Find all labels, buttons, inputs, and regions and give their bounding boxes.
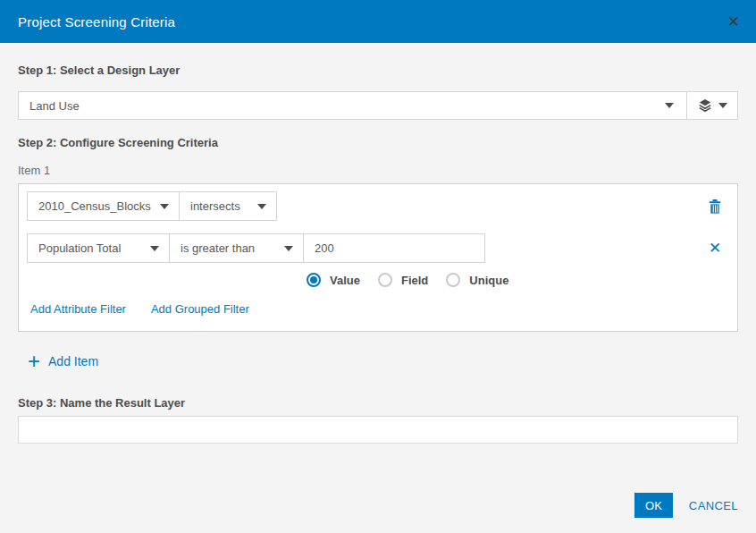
filter-links-row: Add Attribute Filter Add Grouped Filter (30, 302, 737, 316)
trash-icon (709, 199, 721, 214)
radio-value[interactable]: Value (307, 273, 360, 287)
design-layer-select[interactable]: Land Use (19, 92, 686, 119)
design-layer-row: Land Use (18, 91, 738, 120)
filter-controls: Population Total is greater than (27, 233, 485, 263)
chevron-down-icon (257, 204, 266, 209)
chevron-down-icon (718, 103, 727, 108)
radio-field-label: Field (401, 274, 428, 287)
design-layer-value: Land Use (29, 99, 80, 113)
filter-operator-select[interactable]: is greater than (169, 233, 304, 263)
dialog-header: Project Screening Criteria ✕ (0, 0, 756, 43)
filter-operator-value: is greater than (181, 241, 255, 255)
close-icon[interactable]: ✕ (727, 14, 740, 30)
spatial-operator-select[interactable]: intersects (179, 191, 277, 221)
chevron-down-icon (284, 246, 293, 251)
filter-field-select[interactable]: Population Total (27, 233, 170, 263)
add-attribute-filter-link[interactable]: Add Attribute Filter (30, 302, 126, 316)
screening-layer-value: 2010_Census_Blocks (38, 199, 151, 213)
screening-item-card: 2010_Census_Blocks intersects (18, 183, 738, 332)
screening-selects: 2010_Census_Blocks intersects (27, 191, 277, 221)
filter-field-value: Population Total (38, 241, 121, 255)
radio-circle-icon (378, 273, 392, 287)
radio-circle-icon (446, 273, 460, 287)
radio-unique-label: Unique (469, 274, 508, 287)
step2-label: Step 2: Configure Screening Criteria (18, 136, 738, 149)
add-item-button[interactable]: + Add Item (28, 353, 738, 369)
value-type-radio-group: Value Field Unique (307, 273, 737, 287)
cancel-button[interactable]: CANCEL (689, 499, 738, 512)
screening-layer-select[interactable]: 2010_Census_Blocks (27, 191, 180, 221)
radio-unique[interactable]: Unique (446, 273, 508, 287)
layer-type-button[interactable] (686, 92, 737, 119)
add-item-label: Add Item (48, 354, 98, 368)
chevron-down-icon (150, 246, 159, 251)
radio-field[interactable]: Field (378, 273, 428, 287)
dialog-title: Project Screening Criteria (18, 14, 175, 30)
layers-icon (698, 98, 712, 113)
radio-value-label: Value (330, 274, 360, 287)
screening-row: 2010_Census_Blocks intersects (19, 191, 737, 221)
plus-icon: + (28, 353, 40, 369)
step3-label: Step 3: Name the Result Layer (18, 396, 738, 410)
filter-value-input[interactable] (303, 233, 485, 263)
dialog-footer: OK CANCEL (634, 493, 738, 518)
chevron-down-icon (160, 204, 169, 209)
step1-label: Step 1: Select a Design Layer (18, 63, 738, 77)
project-screening-criteria-dialog: Project Screening Criteria ✕ Step 1: Sel… (0, 0, 756, 533)
attribute-filter-row: Population Total is greater than ✕ (19, 233, 737, 263)
remove-filter-icon[interactable]: ✕ (708, 241, 722, 256)
dialog-body: Step 1: Select a Design Layer Land Use S… (0, 63, 756, 444)
ok-button[interactable]: OK (634, 493, 673, 518)
add-grouped-filter-link[interactable]: Add Grouped Filter (151, 302, 249, 316)
spatial-operator-value: intersects (190, 199, 240, 213)
delete-item-button[interactable] (708, 199, 722, 214)
chevron-down-icon (665, 103, 674, 108)
radio-circle-icon (307, 273, 321, 287)
item-1-label: Item 1 (18, 164, 738, 177)
result-layer-name-input[interactable] (18, 416, 738, 444)
